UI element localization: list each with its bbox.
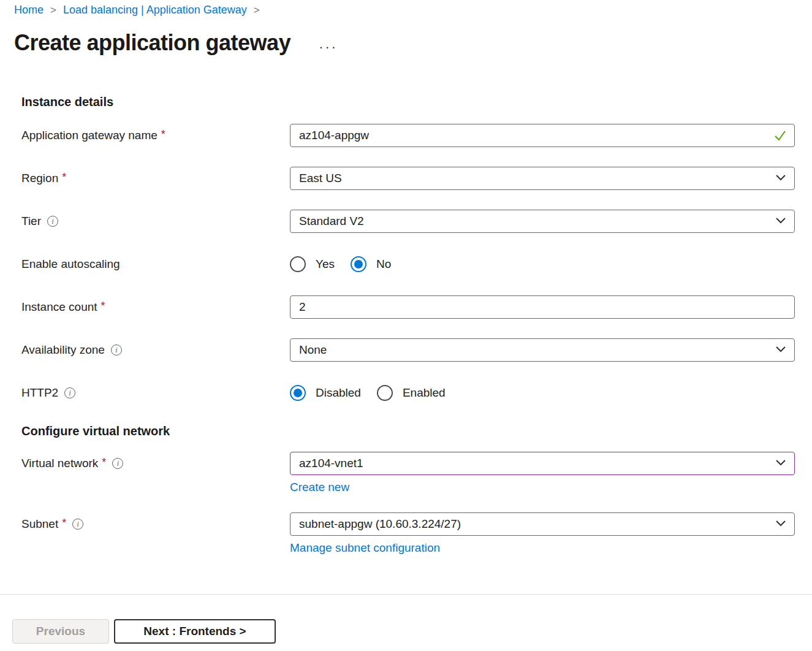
radio-circle [290, 385, 306, 401]
http2-radio-group: Disabled Enabled [290, 385, 795, 401]
chevron-down-icon [775, 343, 787, 358]
field-row-availability-zone: Availability zone i None [21, 338, 795, 362]
virtual-network-dropdown[interactable]: az104-vnet1 [290, 452, 795, 475]
required-asterisk: * [62, 517, 66, 530]
availability-zone-label: Availability zone i [21, 343, 290, 357]
instance-count-input[interactable] [290, 295, 795, 319]
previous-button: Previous [12, 619, 109, 644]
field-label: Subnet [21, 517, 58, 531]
enable-autoscaling-label: Enable autoscaling [21, 257, 290, 271]
breadcrumb-separator-icon: > [254, 4, 260, 17]
field-label: Availability zone [21, 343, 105, 357]
chevron-down-icon [775, 517, 787, 532]
region-label: Region * [21, 172, 290, 185]
radio-dot [294, 389, 302, 397]
required-asterisk: * [101, 300, 105, 313]
radio-circle [351, 256, 366, 272]
required-asterisk: * [62, 171, 66, 184]
http2-label: HTTP2 i [21, 386, 290, 400]
availability-zone-dropdown-value: None [299, 343, 327, 357]
radio-label: Disabled [316, 386, 361, 400]
radio-label: No [376, 257, 391, 271]
region-dropdown-value: East US [299, 172, 342, 185]
field-row-instance-count: Instance count * [21, 295, 795, 319]
breadcrumb: Home > Load balancing | Application Gate… [14, 4, 795, 17]
create-new-vnet-link[interactable]: Create new [290, 481, 349, 494]
field-row-tier: Tier i Standard V2 [21, 210, 795, 233]
tier-dropdown-value: Standard V2 [299, 215, 364, 228]
footer-buttons: Previous Next : Frontends > [12, 619, 276, 644]
next-frontends-button[interactable]: Next : Frontends > [114, 619, 276, 644]
field-label: Virtual network [21, 457, 98, 470]
required-asterisk: * [102, 456, 106, 469]
breadcrumb-separator-icon: > [50, 4, 56, 17]
basics-form: Instance details Application gateway nam… [21, 95, 795, 555]
tier-label: Tier i [21, 215, 290, 228]
section-heading-configure-virtual-network: Configure virtual network [21, 424, 795, 438]
field-row-virtual-network: Virtual network * i az104-vnet1 Create n… [21, 452, 795, 494]
enable-autoscaling-radio-group: Yes No [290, 256, 795, 272]
virtual-network-dropdown-value: az104-vnet1 [299, 457, 363, 470]
field-row-region: Region * East US [21, 167, 795, 190]
breadcrumb-home[interactable]: Home [14, 4, 44, 17]
subnet-label: Subnet * i [21, 512, 290, 536]
required-asterisk: * [161, 128, 165, 141]
field-row-enable-autoscaling: Enable autoscaling Yes No [21, 253, 795, 276]
application-gateway-name-input-wrap [290, 124, 795, 147]
info-icon[interactable]: i [112, 458, 123, 469]
http2-disabled-radio[interactable]: Disabled [290, 385, 361, 401]
create-application-gateway-page: Home > Load balancing | Application Gate… [0, 0, 812, 555]
radio-label: Enabled [403, 386, 446, 400]
subnet-dropdown[interactable]: subnet-appgw (10.60.3.224/27) [290, 512, 795, 536]
title-row: Create application gateway ··· [14, 30, 795, 56]
application-gateway-name-label: Application gateway name * [21, 129, 290, 142]
application-gateway-name-input[interactable] [290, 124, 795, 147]
field-label: Tier [21, 215, 41, 228]
field-label: HTTP2 [21, 386, 58, 400]
http2-enabled-radio[interactable]: Enabled [377, 385, 446, 401]
chevron-down-icon [775, 214, 787, 229]
chevron-down-icon [775, 456, 787, 471]
instance-count-input-wrap [290, 295, 795, 319]
autoscaling-no-radio[interactable]: No [351, 256, 391, 272]
field-row-http2: HTTP2 i Disabled Enabled [21, 381, 795, 405]
region-dropdown[interactable]: East US [290, 167, 795, 190]
info-icon[interactable]: i [111, 345, 122, 356]
field-label: Enable autoscaling [21, 257, 120, 271]
radio-label: Yes [316, 257, 335, 271]
field-row-application-gateway-name: Application gateway name * [21, 124, 795, 147]
page-title: Create application gateway [14, 30, 290, 56]
section-heading-instance-details: Instance details [21, 95, 795, 109]
field-label: Region [21, 172, 58, 185]
instance-count-label: Instance count * [21, 300, 290, 314]
autoscaling-yes-radio[interactable]: Yes [290, 256, 335, 272]
tier-dropdown[interactable]: Standard V2 [290, 210, 795, 233]
field-row-subnet: Subnet * i subnet-appgw (10.60.3.224/27)… [21, 512, 795, 555]
virtual-network-label: Virtual network * i [21, 452, 290, 475]
radio-circle [290, 256, 306, 272]
radio-dot [354, 260, 363, 268]
footer-divider [0, 594, 812, 595]
chevron-down-icon [775, 171, 787, 186]
info-icon[interactable]: i [72, 519, 83, 530]
field-label: Instance count [21, 300, 97, 314]
info-icon[interactable]: i [47, 216, 58, 227]
info-icon[interactable]: i [64, 387, 75, 398]
availability-zone-dropdown[interactable]: None [290, 338, 795, 362]
field-label: Application gateway name [21, 129, 157, 142]
validation-check-icon [773, 129, 787, 145]
breadcrumb-load-balancing-application-gateway[interactable]: Load balancing | Application Gateway [63, 4, 247, 17]
more-menu-ellipsis-icon[interactable]: ··· [319, 44, 338, 50]
subnet-dropdown-value: subnet-appgw (10.60.3.224/27) [299, 517, 461, 531]
radio-circle [377, 385, 393, 401]
manage-subnet-configuration-link[interactable]: Manage subnet configuration [290, 541, 440, 555]
